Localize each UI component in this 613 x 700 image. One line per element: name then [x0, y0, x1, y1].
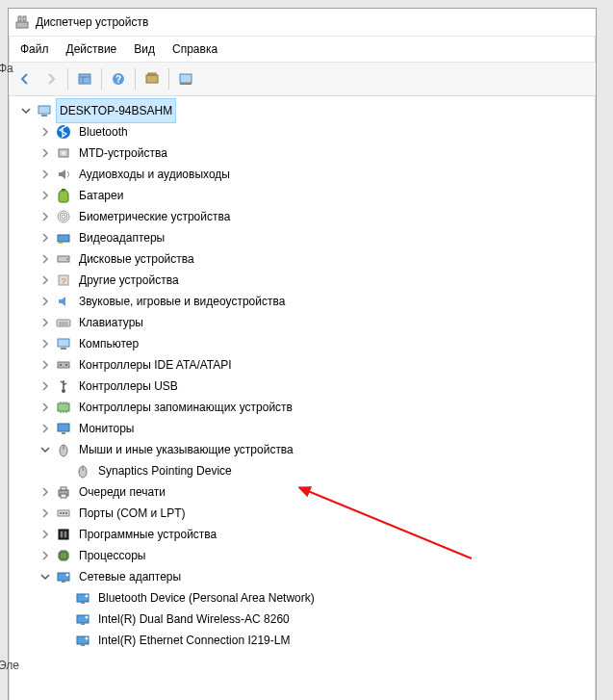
tree-node[interactable]: Мыши и иные указывающие устройства — [18, 439, 596, 460]
tree-node[interactable]: ?Другие устройства — [18, 270, 596, 291]
software-icon — [55, 526, 72, 543]
svg-rect-45 — [61, 487, 66, 490]
menu-file[interactable]: Файл — [13, 40, 57, 58]
show-hidden-button[interactable] — [72, 66, 97, 91]
expand-toggle[interactable] — [38, 506, 53, 521]
tree-node[interactable]: Аудиовходы и аудиовыходы — [18, 164, 596, 185]
tree-node[interactable]: MTD-устройства — [18, 143, 596, 164]
expand-toggle[interactable] — [18, 103, 34, 118]
svg-rect-54 — [60, 552, 67, 559]
expand-toggle[interactable] — [38, 251, 53, 267]
network-icon — [74, 610, 91, 628]
expand-toggle[interactable] — [38, 145, 53, 161]
expand-toggle[interactable] — [38, 400, 53, 415]
sound-icon — [55, 293, 72, 310]
svg-rect-32 — [58, 362, 69, 368]
help-button[interactable]: ? — [106, 66, 131, 91]
tree-node[interactable]: Компьютер — [18, 333, 596, 354]
tree-node-label: MTD-устройства — [76, 142, 170, 165]
tree-node-label: Дисковые устройства — [76, 247, 197, 271]
svg-rect-1 — [18, 16, 21, 21]
tree-node[interactable]: Батареи — [18, 185, 596, 206]
properties-button[interactable] — [173, 66, 198, 91]
svg-rect-22 — [59, 242, 63, 244]
tree-node[interactable]: Клавиатуры — [18, 312, 596, 333]
tree-node[interactable]: Контроллеры запоминающих устройств — [18, 397, 596, 418]
expand-toggle[interactable] — [38, 421, 53, 436]
unknown-icon: ? — [55, 272, 72, 289]
expand-toggle[interactable] — [38, 315, 53, 330]
tree-node[interactable]: Bluetooth Device (Personal Area Network) — [18, 587, 596, 609]
tree-node[interactable]: Bluetooth — [18, 121, 596, 143]
tree-node[interactable]: Очереди печати — [18, 481, 596, 503]
tree-node[interactable]: Видеоадаптеры — [18, 227, 596, 248]
svg-point-60 — [86, 595, 89, 598]
expand-toggle[interactable] — [38, 336, 53, 351]
svg-rect-17 — [62, 189, 65, 191]
tree-node[interactable]: Intel(R) Ethernet Connection I219-LM — [18, 630, 596, 651]
device-tree[interactable]: DESKTOP-94BSAHMBluetoothMTD-устройстваАу… — [9, 96, 596, 700]
expand-toggle[interactable] — [38, 442, 53, 457]
expand-toggle[interactable] — [38, 484, 53, 500]
toolbar-separator — [135, 68, 136, 90]
tool-bar: ? — [9, 63, 596, 96]
tree-node[interactable]: Мониторы — [18, 418, 596, 439]
tree-node-label: Компьютер — [76, 332, 141, 355]
expand-toggle[interactable] — [38, 124, 53, 140]
expand-toggle[interactable] — [38, 378, 53, 394]
tree-node-label: Мониторы — [76, 417, 137, 440]
expand-toggle[interactable] — [38, 548, 53, 563]
expand-toggle[interactable] — [38, 357, 53, 373]
storage-ctrl-icon — [55, 399, 72, 416]
tree-node-label: Биометрические устройства — [76, 205, 233, 228]
display-card-icon — [55, 229, 72, 246]
forward-button[interactable] — [38, 66, 64, 91]
tree-node-label: Батареи — [76, 184, 126, 207]
svg-point-20 — [62, 215, 65, 219]
network-icon — [74, 632, 91, 649]
svg-point-50 — [65, 512, 67, 514]
menu-help[interactable]: Справка — [165, 40, 225, 58]
svg-rect-51 — [59, 530, 68, 539]
scan-hardware-button[interactable] — [140, 66, 165, 91]
tree-node[interactable]: Процессоры — [18, 545, 596, 566]
tree-node[interactable]: Программные устройства — [18, 524, 596, 545]
svg-point-57 — [66, 574, 69, 577]
svg-rect-9 — [148, 73, 156, 75]
tree-node[interactable]: Звуковые, игровые и видеоустройства — [18, 291, 596, 312]
tree-node-label: Очереди печати — [76, 480, 168, 504]
tree-node[interactable]: Порты (COM и LPT) — [18, 503, 596, 524]
expand-toggle[interactable] — [38, 209, 53, 224]
svg-rect-52 — [61, 531, 63, 537]
svg-point-19 — [60, 213, 67, 220]
tree-node[interactable]: DESKTOP-94BSAHM — [18, 100, 596, 121]
cropped-text-1: Фа — [0, 62, 13, 75]
svg-rect-56 — [62, 581, 65, 583]
svg-rect-39 — [62, 432, 65, 434]
expand-toggle[interactable] — [38, 527, 53, 542]
tree-node[interactable]: Сетевые адаптеры — [18, 566, 596, 587]
tree-node[interactable]: Контроллеры IDE ATA/ATAPI — [18, 354, 596, 376]
usb-icon — [55, 377, 72, 395]
expand-toggle[interactable] — [38, 569, 53, 584]
expand-toggle[interactable] — [38, 294, 53, 309]
expand-toggle[interactable] — [38, 272, 53, 288]
tree-node-label: Bluetooth — [76, 120, 131, 143]
svg-rect-30 — [58, 339, 69, 347]
bluetooth-icon — [55, 123, 72, 141]
expand-toggle[interactable] — [38, 230, 53, 246]
menu-view[interactable]: Вид — [126, 40, 163, 58]
expand-toggle[interactable] — [38, 188, 53, 203]
tree-node[interactable]: Дисковые устройства — [18, 248, 596, 270]
tree-node[interactable]: Synaptics Pointing Device — [18, 460, 596, 481]
svg-rect-59 — [81, 602, 85, 604]
menu-action[interactable]: Действие — [59, 40, 125, 58]
back-button[interactable] — [13, 66, 38, 91]
tree-node-label: Сетевые адаптеры — [76, 565, 184, 588]
tree-node[interactable]: Intel(R) Dual Band Wireless-AC 8260 — [18, 609, 596, 630]
expand-toggle[interactable] — [38, 167, 53, 182]
tree-node[interactable]: Биометрические устройства — [18, 206, 596, 227]
tree-node-label: Другие устройства — [76, 269, 182, 292]
mouse-icon — [55, 441, 72, 458]
tree-node[interactable]: Контроллеры USB — [18, 376, 596, 397]
